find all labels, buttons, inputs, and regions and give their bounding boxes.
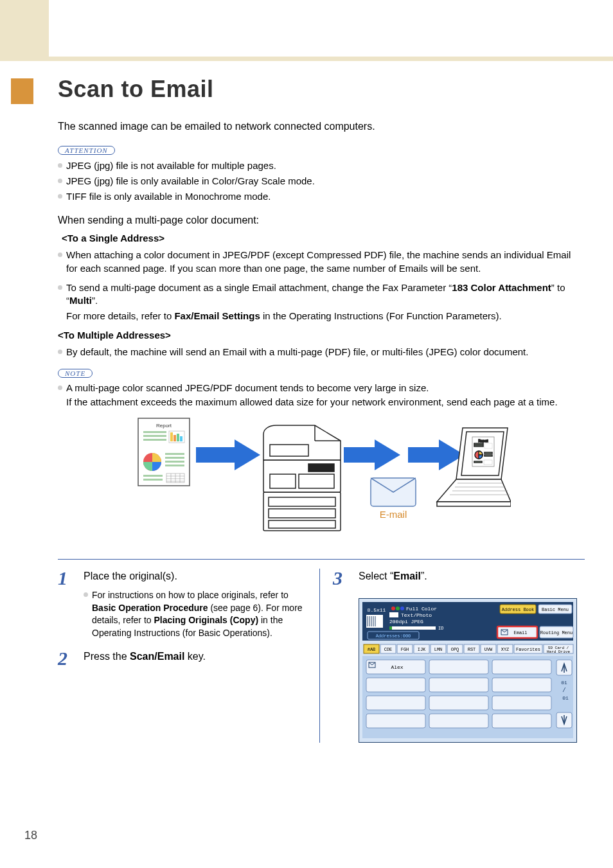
svg-rect-66	[389, 612, 398, 617]
multipage-lead: When sending a multi-page color document…	[58, 215, 585, 226]
svg-rect-44	[484, 452, 492, 454]
svg-text:Hard Drive: Hard Drive	[547, 650, 570, 654]
page-title: Scan to Email	[58, 76, 585, 103]
note-pill: NOTE	[58, 369, 93, 378]
svg-point-64	[400, 607, 404, 610]
svg-text:Full Color: Full Color	[406, 606, 437, 612]
svg-rect-3	[143, 439, 166, 441]
attention-bullet-3: TIFF file is only available in Monochrom…	[66, 190, 271, 204]
svg-rect-27	[269, 520, 335, 528]
svg-text:LMN: LMN	[434, 647, 443, 652]
svg-rect-7	[177, 434, 179, 441]
bullet-dot	[58, 350, 62, 354]
multiple-address-list: By default, the machine will send an Ema…	[58, 346, 585, 359]
step-number-3: 3	[333, 569, 348, 588]
svg-rect-46	[474, 461, 482, 463]
svg-rect-13	[165, 465, 184, 466]
svg-rect-109	[429, 660, 488, 674]
diagram-report-label: Report	[156, 423, 172, 429]
svg-rect-11	[165, 457, 184, 459]
svg-text:/: /	[562, 687, 565, 694]
svg-rect-42	[484, 443, 492, 448]
svg-rect-30	[270, 474, 296, 488]
svg-point-63	[396, 607, 400, 610]
chapter-prefix: Chapter 2	[0, 125, 3, 216]
svg-text:Basic Menu: Basic Menu	[542, 607, 569, 612]
svg-rect-111	[366, 678, 425, 692]
single-address-head: <To a Single Address>	[62, 233, 585, 244]
svg-text:CDE: CDE	[384, 647, 393, 652]
svg-text:RST: RST	[468, 647, 476, 652]
bullet-dot	[58, 179, 62, 183]
svg-rect-12	[165, 461, 184, 463]
step-3-title: Select “Email”.	[359, 569, 577, 584]
multiple-address-head: <To Multiple Addresses>	[58, 330, 585, 341]
attention-pill: ATTENTION	[58, 146, 115, 155]
step-number-2: 2	[58, 649, 73, 668]
svg-marker-23	[196, 439, 260, 470]
svg-rect-15	[143, 479, 163, 481]
svg-text:Email: Email	[513, 630, 527, 635]
svg-rect-25	[269, 497, 335, 506]
svg-text:OPQ: OPQ	[451, 647, 459, 652]
svg-rect-34	[270, 445, 308, 456]
svg-text:Alex: Alex	[391, 664, 403, 670]
svg-text:Address Book: Address Book	[502, 607, 534, 612]
chapter-title: Scan/Email Operations	[0, 227, 3, 441]
svg-text:200dpi JPEG: 200dpi JPEG	[389, 619, 423, 624]
svg-rect-116	[492, 696, 551, 710]
attention-bullets: JPEG (jpg) file is not available for mul…	[58, 159, 585, 203]
svg-rect-8	[180, 436, 182, 441]
svg-rect-113	[492, 678, 551, 692]
svg-text:Favorites: Favorites	[516, 647, 540, 652]
svg-rect-45	[484, 455, 492, 456]
step-1-subbullet: For instructions on how to place origina…	[84, 589, 307, 639]
svg-rect-112	[429, 678, 488, 692]
svg-rect-56	[366, 615, 383, 628]
svg-rect-119	[492, 714, 551, 728]
svg-text:Text/Photo: Text/Photo	[401, 612, 432, 618]
svg-rect-69	[389, 626, 436, 630]
single-address-list: When attaching a color document in JPEG/…	[58, 249, 585, 307]
bullet-dot	[58, 194, 62, 199]
page-number: 18	[24, 829, 37, 842]
svg-marker-37	[408, 439, 465, 470]
svg-rect-29	[308, 464, 334, 472]
svg-rect-115	[429, 696, 488, 710]
intro-text: The scanned image can be emailed to netw…	[58, 121, 585, 132]
svg-rect-117	[366, 714, 425, 728]
svg-rect-110	[492, 660, 551, 674]
single-follow: For more details, refer to Fax/Email Set…	[66, 310, 585, 323]
bullet-dot	[58, 163, 62, 168]
svg-text:XYZ: XYZ	[501, 647, 510, 652]
diagram-email-label: E-mail	[380, 509, 407, 520]
bullet-dot	[84, 592, 88, 597]
step-divider	[58, 559, 585, 560]
bullet-dot	[58, 252, 62, 257]
bullet-dot	[58, 285, 62, 290]
single-bullet-2: To send a multi-page document as a singl…	[66, 281, 585, 308]
svg-text:01: 01	[562, 695, 569, 701]
step-1-title: Place the original(s).	[84, 569, 307, 584]
svg-rect-10	[165, 453, 184, 455]
svg-rect-70	[389, 626, 392, 630]
note-list: A multi-page color scanned JPEG/PDF docu…	[58, 382, 585, 394]
svg-rect-1	[143, 431, 166, 433]
svg-text:Routing Menu: Routing Menu	[540, 630, 573, 635]
svg-text:Report: Report	[478, 439, 488, 443]
section-accent-bar	[11, 78, 33, 104]
attention-bullet-1: JPEG (jpg) file is not available for mul…	[66, 159, 276, 173]
attention-bullet-2: JPEG (jpg) file is only available in Col…	[66, 174, 315, 188]
svg-rect-14	[143, 475, 163, 477]
svg-rect-2	[143, 435, 166, 437]
svg-rect-41	[474, 445, 483, 447]
svg-rect-5	[170, 432, 173, 441]
device-screenshot: 8.5x11 Full Color Text/Photo 200dpi JPEG…	[359, 598, 577, 743]
svg-rect-40	[474, 443, 483, 445]
svg-text:Addresses:000: Addresses:000	[376, 633, 411, 639]
svg-rect-114	[366, 696, 425, 710]
svg-text:8.5x11: 8.5x11	[368, 607, 386, 613]
svg-text:ID: ID	[438, 626, 443, 631]
svg-text:IJK: IJK	[418, 647, 426, 652]
step-number-1: 1	[58, 569, 73, 588]
